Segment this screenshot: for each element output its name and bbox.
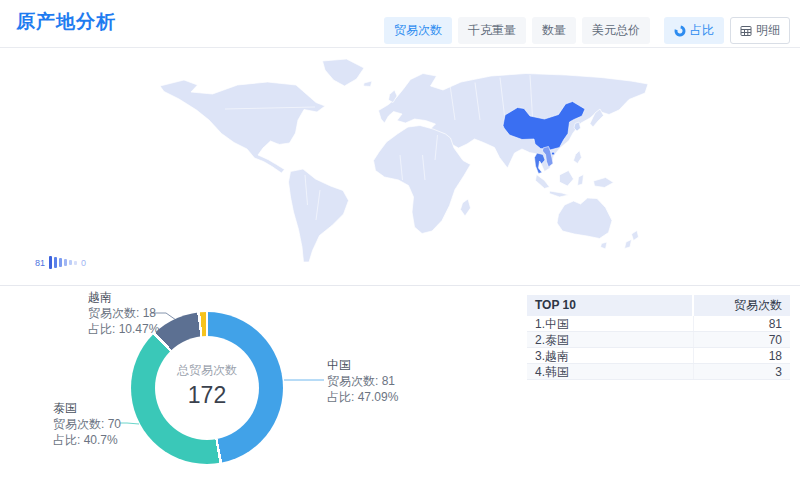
label-percent: 占比: 40.7% xyxy=(53,432,121,448)
table-row[interactable]: 1.中国 81 xyxy=(527,316,790,332)
table-icon xyxy=(740,25,752,37)
view-button-detail-label: 明细 xyxy=(756,22,780,39)
map-borneo[interactable] xyxy=(560,171,574,187)
table-row[interactable]: 3.越南 18 xyxy=(527,348,790,364)
table-cell-country: 3.越南 xyxy=(527,348,694,363)
legend-max-value: 81 xyxy=(35,258,45,268)
label-percent: 占比: 47.09% xyxy=(327,389,398,405)
donut-center-value: 172 xyxy=(131,382,283,409)
map-sulawesi[interactable] xyxy=(578,175,584,186)
table-cell-value: 81 xyxy=(694,316,790,331)
legend-gradient-bars xyxy=(49,256,77,269)
metric-toolbar: 贸易次数 千克重量 数量 美元总价 占比 明细 xyxy=(384,17,790,44)
table-header-row: TOP 10 贸易次数 xyxy=(527,295,790,316)
page-title: 原产地分析 xyxy=(16,9,116,35)
view-button-proportion[interactable]: 占比 xyxy=(664,17,724,44)
view-button-detail[interactable]: 明细 xyxy=(730,17,790,44)
label-country: 泰国 xyxy=(53,400,121,416)
donut-label-china: 中国 贸易次数: 81 占比: 47.09% xyxy=(327,357,398,405)
header-divider xyxy=(0,47,800,48)
map-sumatra[interactable] xyxy=(536,175,550,189)
leader-line-thailand xyxy=(120,423,139,424)
label-country: 越南 xyxy=(88,289,159,305)
legend-min-value: 0 xyxy=(81,258,86,268)
view-switch-group: 占比 明细 xyxy=(664,17,790,44)
map-greenland[interactable] xyxy=(323,59,365,86)
table-cell-country: 2.泰国 xyxy=(527,332,694,347)
map-hainan[interactable] xyxy=(552,152,555,155)
donut-label-thailand: 泰国 贸易次数: 70 占比: 40.7% xyxy=(53,400,121,448)
metric-button-kg-weight[interactable]: 千克重量 xyxy=(458,17,526,44)
map-java[interactable] xyxy=(550,191,569,197)
label-percent: 占比: 10.47% xyxy=(88,321,159,337)
label-country: 中国 xyxy=(327,357,398,373)
map-north-america[interactable] xyxy=(160,80,325,173)
metric-button-trade-count[interactable]: 贸易次数 xyxy=(384,17,452,44)
metric-button-quantity[interactable]: 数量 xyxy=(532,17,576,44)
map-visual-legend: 81 0 xyxy=(35,256,86,269)
table-row[interactable]: 4.韩国 3 xyxy=(527,364,790,380)
donut-center: 总贸易次数 172 xyxy=(131,362,283,409)
pie-icon xyxy=(674,25,686,37)
map-new-zealand[interactable] xyxy=(625,231,639,249)
origin-analysis-page: 原产地分析 贸易次数 千克重量 数量 美元总价 占比 xyxy=(0,0,800,488)
map-tasmania[interactable] xyxy=(601,242,608,249)
map-south-america[interactable] xyxy=(289,169,349,262)
map-australia[interactable] xyxy=(557,198,612,239)
metric-button-usd-total[interactable]: 美元总价 xyxy=(582,17,650,44)
table-cell-country: 1.中国 xyxy=(527,316,694,331)
top10-table: TOP 10 贸易次数 1.中国 81 2.泰国 70 3.越南 18 4.韩国… xyxy=(527,295,790,380)
donut-label-vietnam: 越南 贸易次数: 18 占比: 10.47% xyxy=(88,289,159,337)
table-cell-value: 18 xyxy=(694,348,790,363)
donut-center-label: 总贸易次数 xyxy=(131,362,283,379)
table-header-metric: 贸易次数 xyxy=(694,295,790,316)
map-madagascar[interactable] xyxy=(461,199,471,216)
label-value: 贸易次数: 81 xyxy=(327,373,398,389)
table-cell-value: 70 xyxy=(694,332,790,347)
map-iceland[interactable] xyxy=(364,81,373,87)
label-value: 贸易次数: 70 xyxy=(53,416,121,432)
table-row[interactable]: 2.泰国 70 xyxy=(527,332,790,348)
world-map[interactable] xyxy=(150,55,650,270)
table-cell-value: 3 xyxy=(694,364,790,379)
map-philippines[interactable] xyxy=(574,151,582,164)
map-new-guinea[interactable] xyxy=(594,178,614,188)
table-cell-country: 4.韩国 xyxy=(527,364,694,379)
table-header-rank: TOP 10 xyxy=(527,295,694,316)
proportion-section: 总贸易次数 172 越南 贸易次数: 18 占比: 10.47% 中国 贸易次数… xyxy=(0,286,800,488)
view-button-proportion-label: 占比 xyxy=(690,22,714,39)
label-value: 贸易次数: 18 xyxy=(88,305,159,321)
